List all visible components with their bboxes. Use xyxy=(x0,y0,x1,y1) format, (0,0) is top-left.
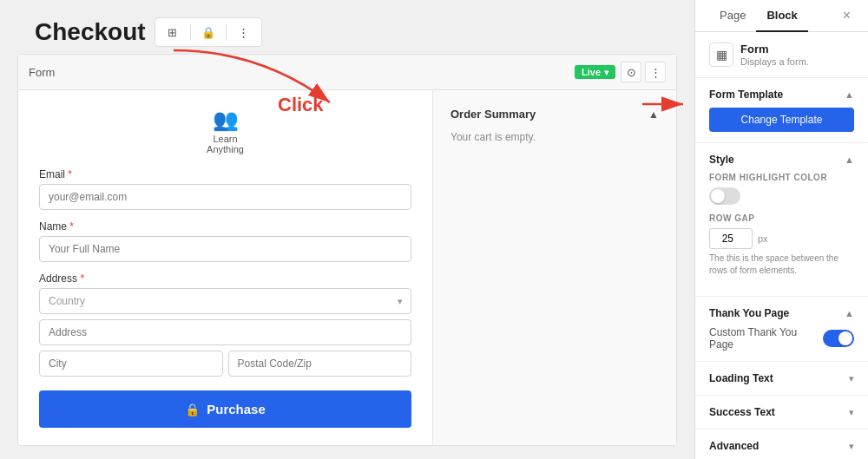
email-label: Email * xyxy=(39,168,411,180)
form-template-section: Form Template ▲ Change Template xyxy=(695,78,868,143)
form-left-panel: 👥 LearnAnything Email * xyxy=(18,90,433,445)
row-gap-description: The this is the space between the rows o… xyxy=(709,252,854,277)
sidebar-form-desc: Displays a form. xyxy=(740,56,809,67)
right-sidebar: Page Block × ▦ Form Displays a form. For… xyxy=(694,0,868,459)
grid-view-icon[interactable]: ⊞ xyxy=(161,22,185,43)
live-chevron-icon: ▾ xyxy=(604,68,608,77)
color-toggle-knob xyxy=(711,189,725,203)
highlight-color-toggle[interactable] xyxy=(709,187,740,205)
sidebar-form-text: Form Displays a form. xyxy=(740,43,809,67)
address-label: Address * xyxy=(39,272,411,285)
toggle-knob xyxy=(838,331,852,345)
advanced-label: Advanced xyxy=(709,440,759,452)
tab-page[interactable]: Page xyxy=(709,0,756,32)
view-icon[interactable]: ⊙ xyxy=(621,62,641,82)
toolbar: ⊞ 🔒 ⋮ xyxy=(155,17,262,47)
form-block: Form Live ▾ ⊙ ⋮ xyxy=(17,54,677,446)
more-icon[interactable]: ⋮ xyxy=(645,62,666,82)
postal-input[interactable] xyxy=(228,351,412,377)
more-options-icon[interactable]: ⋮ xyxy=(232,22,256,43)
form-template-section-title: Form Template ▲ xyxy=(709,89,854,101)
toolbar-divider-2 xyxy=(226,24,227,40)
lock-icon[interactable]: 🔒 xyxy=(196,22,220,43)
order-summary-chevron-icon[interactable]: ▲ xyxy=(648,108,659,121)
country-select[interactable]: Country xyxy=(39,288,411,314)
order-summary-title: Order Summary xyxy=(450,108,536,121)
order-summary-panel: Order Summary ▲ Your cart is empty. xyxy=(433,90,676,445)
logo-brand-text: LearnAnything xyxy=(207,134,244,154)
toolbar-divider xyxy=(190,24,191,40)
name-input[interactable] xyxy=(39,236,411,262)
order-summary-header: Order Summary ▲ xyxy=(450,108,659,121)
success-text-label: Success Text xyxy=(709,406,775,418)
loading-text-chevron-icon: ▾ xyxy=(849,373,854,384)
purchase-button[interactable]: 🔒 Purchase xyxy=(39,390,411,428)
style-section-title: Style ▲ xyxy=(709,154,854,166)
change-template-button[interactable]: Change Template xyxy=(709,108,854,132)
row-gap-unit: px xyxy=(758,233,768,244)
thank-you-section-title: Thank You Page ▲ xyxy=(709,307,854,319)
page-title: Checkout xyxy=(35,18,146,46)
form-block-title: Form xyxy=(29,66,55,79)
form-block-header: Form Live ▾ ⊙ ⋮ xyxy=(18,55,676,90)
success-text-section[interactable]: Success Text ▾ xyxy=(695,396,868,429)
highlight-color-label: FORM HIGHLIGHT COLOR xyxy=(709,173,854,182)
email-field-group: Email * xyxy=(39,168,411,210)
style-section: Style ▲ FORM HIGHLIGHT COLOR ROW GAP px … xyxy=(695,143,868,297)
tab-block[interactable]: Block xyxy=(756,0,807,32)
highlight-color-field: FORM HIGHLIGHT COLOR xyxy=(709,173,854,205)
form-block-actions: Live ▾ ⊙ ⋮ xyxy=(575,62,666,82)
custom-thank-you-label: Custom Thank You Page xyxy=(709,326,823,351)
close-sidebar-button[interactable]: × xyxy=(839,4,854,27)
name-label: Name * xyxy=(39,220,411,233)
sidebar-form-name: Form xyxy=(740,43,809,56)
logo-figure: 👥 LearnAnything xyxy=(207,108,244,154)
sidebar-form-info: ▦ Form Displays a form. xyxy=(695,32,868,78)
live-badge[interactable]: Live ▾ xyxy=(575,65,615,79)
country-select-wrapper: Country ▾ xyxy=(39,288,411,314)
email-input[interactable] xyxy=(39,184,411,210)
people-icon: 👥 xyxy=(213,108,239,132)
row-gap-input[interactable] xyxy=(709,228,753,249)
form-content: 👥 LearnAnything Email * xyxy=(18,90,676,445)
name-field-group: Name * xyxy=(39,220,411,262)
loading-text-label: Loading Text xyxy=(709,372,773,384)
address-input[interactable] xyxy=(39,319,411,345)
sidebar-tab-group: Page Block xyxy=(709,0,808,31)
custom-thank-you-toggle[interactable] xyxy=(823,330,854,347)
address-row xyxy=(39,351,411,377)
thank-you-chevron-icon: ▲ xyxy=(845,308,854,318)
thank-you-section: Thank You Page ▲ Custom Thank You Page xyxy=(695,297,868,362)
advanced-chevron-icon: ▾ xyxy=(849,441,854,452)
row-gap-field: ROW GAP px The this is the space between… xyxy=(709,213,854,277)
sidebar-tabs: Page Block × xyxy=(695,0,868,32)
custom-thank-you-row: Custom Thank You Page xyxy=(709,326,854,351)
city-input[interactable] xyxy=(39,351,223,377)
style-chevron-icon: ▲ xyxy=(845,154,854,165)
advanced-section[interactable]: Advanced ▾ xyxy=(695,429,868,459)
loading-text-section[interactable]: Loading Text ▾ xyxy=(695,362,868,396)
form-action-icons: ⊙ ⋮ xyxy=(621,62,666,82)
address-section: Address * Country ▾ xyxy=(39,272,411,377)
form-info-icon: ▦ xyxy=(709,43,733,67)
row-gap-label: ROW GAP xyxy=(709,213,854,223)
row-gap-input-row: px xyxy=(709,228,854,249)
form-logo: 👥 LearnAnything xyxy=(39,108,411,154)
cart-empty-message: Your cart is empty. xyxy=(450,131,659,143)
success-text-chevron-icon: ▾ xyxy=(849,407,854,418)
lock-purchase-icon: 🔒 xyxy=(185,403,200,416)
form-template-chevron-icon: ▲ xyxy=(845,89,854,100)
